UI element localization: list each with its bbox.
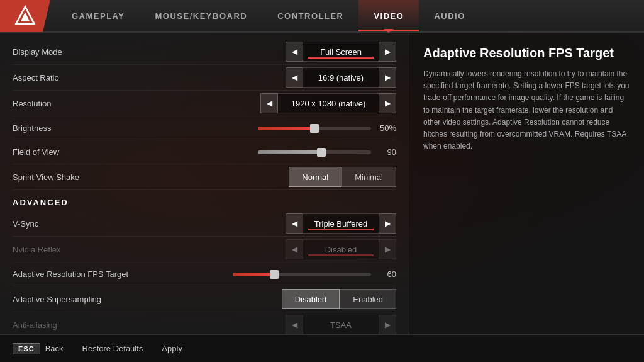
adaptive-res-value: 60: [377, 269, 396, 279]
tab-controller[interactable]: CONTROLLER: [262, 0, 358, 31]
brightness-value: 50%: [377, 123, 396, 133]
aspect-ratio-right-arrow[interactable]: ▶: [379, 67, 396, 88]
tab-video[interactable]: VIDEO: [358, 0, 419, 31]
anti-aliasing-label: Anti-aliasing: [13, 320, 189, 330]
apex-logo-icon: [14, 4, 36, 27]
setting-adaptive-res: Adaptive Resolution FPS Target 60: [13, 263, 396, 286]
anti-aliasing-value: TSAA: [303, 315, 379, 334]
advanced-section-header: ADVANCED: [13, 190, 396, 211]
setting-adaptive-super: Adaptive Supersampling Disabled Enabled: [13, 286, 396, 312]
display-mode-selector: ◀ Full Screen ▶: [286, 42, 396, 62]
settings-panel: Display Mode ◀ Full Screen ▶ Aspect Rati…: [0, 33, 409, 334]
anti-aliasing-right-arrow[interactable]: ▶: [379, 315, 396, 334]
sprint-normal-btn[interactable]: Normal: [289, 167, 341, 187]
aspect-ratio-label: Aspect Ratio: [13, 73, 189, 82]
setting-display-mode: Display Mode ◀ Full Screen ▶: [13, 39, 396, 65]
apply-label: Apply: [162, 344, 182, 353]
nvidia-reflex-label: Nvidia Reflex: [13, 245, 189, 254]
setting-vsync: V-Sync ◀ Triple Buffered ▶: [13, 211, 396, 237]
resolution-label: Resolution: [13, 99, 189, 108]
tab-audio[interactable]: AUDIO: [419, 0, 480, 31]
adaptive-res-control: 60: [189, 269, 396, 279]
restore-defaults-button[interactable]: Restore Defaults: [82, 344, 143, 353]
info-title: Adaptive Resolution FPS Target: [423, 45, 630, 60]
adaptive-res-slider-container: 60: [233, 269, 396, 279]
setting-aspect-ratio: Aspect Ratio ◀ 16:9 (native) ▶: [13, 65, 396, 91]
anti-aliasing-selector: ◀ TSAA ▶: [286, 315, 396, 334]
fov-label: Field of View: [13, 147, 189, 157]
adaptive-res-slider-fill: [233, 273, 274, 276]
setting-nvidia-reflex: Nvidia Reflex ◀ Disabled ▶: [13, 237, 396, 263]
brightness-slider-track[interactable]: [258, 127, 371, 130]
vsync-selector: ◀ Triple Buffered ▶: [286, 213, 396, 234]
adaptive-super-label: Adaptive Supersampling: [13, 295, 189, 304]
sprint-view-shake-control: Normal Minimal: [189, 167, 396, 187]
nvidia-reflex-selector: ◀ Disabled ▶: [286, 239, 396, 259]
anti-aliasing-left-arrow[interactable]: ◀: [286, 315, 303, 334]
restore-defaults-label: Restore Defaults: [82, 344, 143, 353]
brightness-label: Brightness: [13, 123, 189, 133]
brightness-slider-thumb[interactable]: [310, 124, 319, 133]
nvidia-reflex-value: Disabled: [303, 239, 379, 259]
fov-value: 90: [377, 147, 396, 157]
aspect-ratio-selector: ◀ 16:9 (native) ▶: [286, 67, 396, 88]
display-mode-left-arrow[interactable]: ◀: [286, 42, 303, 62]
setting-resolution: Resolution ◀ 1920 x 1080 (native) ▶: [13, 91, 396, 116]
nav-tabs: GAMEPLAY MOUSE/KEYBOARD CONTROLLER VIDEO…: [57, 0, 480, 31]
display-mode-control: ◀ Full Screen ▶: [189, 42, 396, 62]
brightness-slider-fill: [258, 127, 314, 130]
fov-slider-container: 90: [258, 147, 396, 157]
anti-aliasing-control: ◀ TSAA ▶: [189, 315, 396, 334]
brightness-slider-container: 50%: [258, 123, 396, 133]
vsync-label: V-Sync: [13, 219, 189, 229]
resolution-value: 1920 x 1080 (native): [278, 93, 379, 113]
vsync-value: Triple Buffered: [303, 213, 379, 234]
adaptive-res-slider-thumb[interactable]: [270, 270, 279, 279]
apply-button[interactable]: Apply: [162, 344, 182, 353]
resolution-control: ◀ 1920 x 1080 (native) ▶: [189, 93, 396, 113]
info-panel: Adaptive Resolution FPS Target Dynamical…: [409, 33, 644, 334]
resolution-left-arrow[interactable]: ◀: [260, 93, 278, 113]
setting-fov: Field of View 90: [13, 140, 396, 164]
adaptive-super-enabled-btn[interactable]: Enabled: [340, 289, 396, 309]
setting-brightness: Brightness 50%: [13, 116, 396, 140]
top-navigation: GAMEPLAY MOUSE/KEYBOARD CONTROLLER VIDEO…: [0, 0, 644, 33]
display-mode-label: Display Mode: [13, 47, 189, 57]
info-description: Dynamically lowers rendering resolution …: [423, 68, 630, 152]
vsync-left-arrow[interactable]: ◀: [286, 213, 303, 234]
back-label: Back: [45, 344, 64, 353]
display-mode-value: Full Screen: [303, 42, 379, 62]
sprint-minimal-btn[interactable]: Minimal: [341, 167, 396, 187]
nvidia-reflex-left-arrow[interactable]: ◀: [286, 239, 303, 259]
fov-slider-track[interactable]: [258, 150, 371, 154]
adaptive-res-slider-track[interactable]: [233, 273, 371, 276]
brightness-control: 50%: [189, 123, 396, 133]
resolution-selector: ◀ 1920 x 1080 (native) ▶: [260, 93, 396, 113]
fov-control: 90: [189, 147, 396, 157]
tab-gameplay[interactable]: GAMEPLAY: [57, 0, 140, 31]
setting-anti-aliasing: Anti-aliasing ◀ TSAA ▶: [13, 312, 396, 334]
tab-mouse-keyboard[interactable]: MOUSE/KEYBOARD: [140, 0, 262, 31]
back-button[interactable]: ESC Back: [13, 343, 64, 354]
fov-slider-thumb[interactable]: [317, 148, 326, 157]
esc-key-badge: ESC: [13, 343, 40, 354]
main-content: Display Mode ◀ Full Screen ▶ Aspect Rati…: [0, 33, 644, 334]
vsync-right-arrow[interactable]: ▶: [379, 213, 396, 234]
setting-sprint-view-shake: Sprint View Shake Normal Minimal: [13, 164, 396, 190]
adaptive-super-toggle: Disabled Enabled: [282, 289, 396, 309]
aspect-ratio-left-arrow[interactable]: ◀: [286, 67, 303, 88]
fov-slider-fill: [258, 150, 321, 154]
logo-area: [0, 0, 50, 32]
bottom-bar: ESC Back Restore Defaults Apply: [0, 334, 644, 362]
adaptive-super-control: Disabled Enabled: [189, 289, 396, 309]
aspect-ratio-control: ◀ 16:9 (native) ▶: [189, 67, 396, 88]
nvidia-reflex-right-arrow[interactable]: ▶: [379, 239, 396, 259]
nvidia-reflex-control: ◀ Disabled ▶: [189, 239, 396, 259]
vsync-control: ◀ Triple Buffered ▶: [189, 213, 396, 234]
sprint-view-shake-label: Sprint View Shake: [13, 173, 189, 182]
resolution-right-arrow[interactable]: ▶: [379, 93, 396, 113]
adaptive-super-disabled-btn[interactable]: Disabled: [282, 289, 340, 309]
display-mode-right-arrow[interactable]: ▶: [379, 42, 396, 62]
aspect-ratio-value: 16:9 (native): [303, 67, 379, 88]
sprint-view-shake-toggle: Normal Minimal: [289, 167, 396, 187]
